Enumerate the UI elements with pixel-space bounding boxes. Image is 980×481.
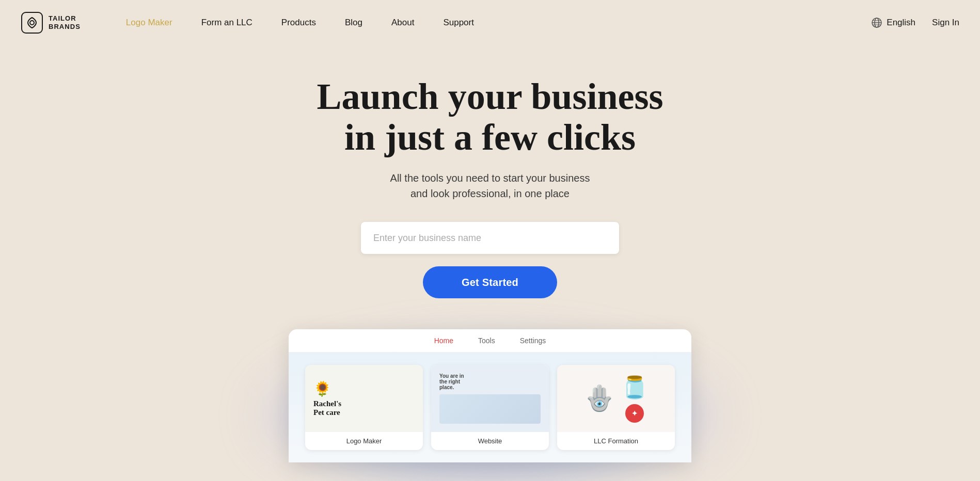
language-selector[interactable]: English xyxy=(871,17,915,28)
website-image: You are inthe rightplace. xyxy=(431,365,549,432)
logo-sun-icon: 🌻 xyxy=(313,380,331,397)
dashboard-tabs: Home Tools Settings xyxy=(289,329,691,352)
business-name-input[interactable] xyxy=(361,222,619,254)
logo-icon xyxy=(21,11,43,34)
llc-formation-card[interactable]: 🪬 🫙 ✦ LLC Formation xyxy=(557,365,675,450)
dashboard-cards: 🌻 Rachel'sPet care Logo Maker You are in… xyxy=(289,352,691,462)
website-img-placeholder xyxy=(439,394,541,424)
nav-link-logo-maker[interactable]: Logo Maker xyxy=(112,18,187,28)
logo-maker-image: 🌻 Rachel'sPet care xyxy=(305,365,423,432)
seal-badge-icon: ✦ xyxy=(625,404,644,423)
nav-link-support[interactable]: Support xyxy=(429,18,488,28)
language-label: English xyxy=(887,18,915,28)
brand-logo[interactable]: TAILOR BRANDS xyxy=(21,11,81,34)
main-nav: TAILOR BRANDS Logo Maker Form an LLC Pro… xyxy=(0,0,980,45)
dashboard-preview: Home Tools Settings 🌻 Rachel'sPet care L… xyxy=(289,329,691,462)
dashboard-tab-settings[interactable]: Settings xyxy=(520,336,546,345)
signin-button[interactable]: Sign In xyxy=(932,18,959,28)
dashboard-tab-tools[interactable]: Tools xyxy=(478,336,495,345)
hero-section: Launch your business in just a few click… xyxy=(0,45,980,462)
nav-link-products[interactable]: Products xyxy=(267,18,330,28)
svg-point-1 xyxy=(30,21,34,25)
website-card[interactable]: You are inthe rightplace. Website xyxy=(431,365,549,450)
logo-maker-label: Logo Maker xyxy=(305,432,423,450)
hero-content: Launch your business in just a few click… xyxy=(317,76,663,298)
nav-right: English Sign In xyxy=(871,17,959,28)
nav-links: Logo Maker Form an LLC Products Blog Abo… xyxy=(112,18,871,28)
nav-link-about[interactable]: About xyxy=(377,18,429,28)
brand-name: TAILOR BRANDS xyxy=(49,14,81,30)
rachel-logo-text: Rachel'sPet care xyxy=(313,399,341,416)
logo-maker-card[interactable]: 🌻 Rachel'sPet care Logo Maker xyxy=(305,365,423,450)
website-label: Website xyxy=(431,432,549,450)
llc-image: 🪬 🫙 ✦ xyxy=(557,365,675,432)
svg-rect-0 xyxy=(22,12,42,33)
rubber-stamp-icon: 🫙 xyxy=(621,375,648,400)
globe-icon xyxy=(871,17,882,28)
hero-title: Launch your business in just a few click… xyxy=(317,76,663,158)
hero-subtitle: All the tools you need to start your bus… xyxy=(390,170,590,201)
dashboard-tab-home[interactable]: Home xyxy=(434,336,453,345)
stamp-icon: 🪬 xyxy=(584,384,615,413)
nav-link-blog[interactable]: Blog xyxy=(330,18,377,28)
llc-formation-label: LLC Formation xyxy=(557,432,675,450)
nav-link-form-llc[interactable]: Form an LLC xyxy=(187,18,267,28)
get-started-button[interactable]: Get Started xyxy=(423,266,557,298)
website-headline: You are inthe rightplace. xyxy=(439,373,464,390)
